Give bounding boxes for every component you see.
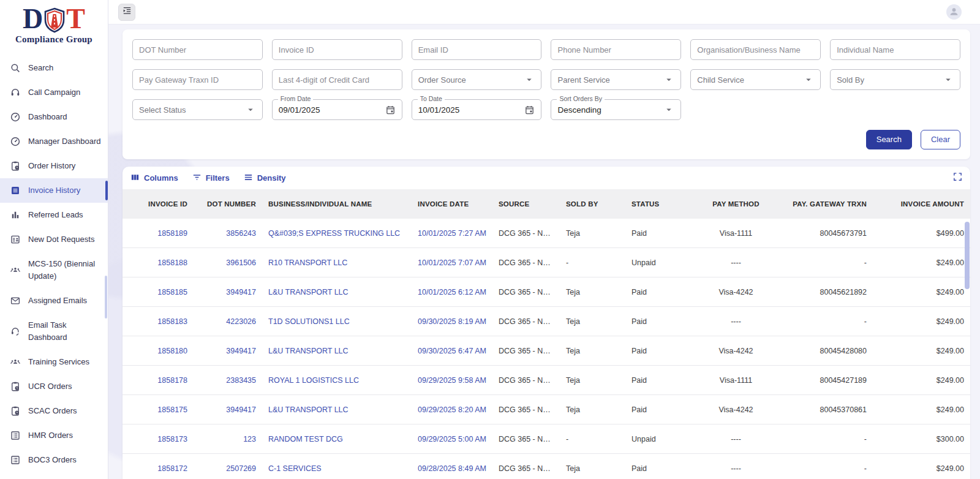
table-row[interactable]: 18581722507269C-1 SERVICES09/28/2025 8:4… bbox=[123, 454, 970, 479]
chevron-down-icon[interactable] bbox=[524, 74, 535, 85]
sidebar-item-boc3-orders[interactable]: BOC3 Orders bbox=[0, 448, 108, 472]
cell-invoice-date[interactable]: 10/01/2025 7:07 AM bbox=[412, 258, 492, 267]
sidebar-item-new-dot-requests[interactable]: New Dot Requests bbox=[0, 227, 108, 252]
cell-dot-number[interactable]: 3961506 bbox=[194, 258, 262, 267]
column-header-status[interactable]: STATUS bbox=[625, 200, 698, 208]
cell-invoice-date[interactable]: 09/29/2025 9:58 AM bbox=[412, 376, 492, 385]
email-id-field[interactable] bbox=[412, 39, 542, 60]
cell-dot-number[interactable]: 2507269 bbox=[194, 464, 262, 473]
chevron-down-icon[interactable] bbox=[943, 74, 954, 85]
parent-service-field[interactable]: Parent Service bbox=[551, 69, 681, 90]
order-source-field[interactable]: Order Source bbox=[412, 69, 542, 90]
calendar-icon[interactable] bbox=[524, 105, 535, 115]
user-avatar[interactable] bbox=[946, 4, 962, 20]
cell-business-individual-name[interactable]: RANDOM TEST DCG bbox=[262, 435, 412, 443]
table-scrollbar[interactable] bbox=[965, 222, 970, 289]
column-header-business-individual-name[interactable]: BUSINESS/INDIVIDUAL NAME bbox=[262, 200, 412, 208]
sidebar-item-scac-orders[interactable]: SCAC Orders bbox=[0, 399, 108, 423]
cell-invoice-id[interactable]: 1858188 bbox=[123, 258, 194, 267]
sidebar-item-manager-dashboard[interactable]: Manager Dashboard bbox=[0, 129, 108, 154]
cell-business-individual-name[interactable]: Q&#039;S EXPRESS TRUCKING LLC bbox=[262, 229, 412, 238]
sidebar-item-email-task-dashboard[interactable]: Email Task Dashboard bbox=[0, 313, 108, 350]
cell-invoice-date[interactable]: 09/29/2025 5:00 AM bbox=[412, 435, 492, 443]
cell-invoice-date[interactable]: 10/01/2025 6:12 AM bbox=[412, 288, 492, 296]
sidebar-item-hmr-orders[interactable]: HMR Orders bbox=[0, 423, 108, 448]
cell-business-individual-name[interactable]: L&U TRANSPORT LLC bbox=[262, 347, 412, 355]
dot-number-field[interactable] bbox=[132, 39, 263, 60]
cell-invoice-id[interactable]: 1858189 bbox=[123, 229, 194, 238]
sidebar-item-assigned-emails[interactable]: Assigned Emails bbox=[0, 289, 108, 313]
chevron-down-icon[interactable] bbox=[663, 104, 674, 115]
cell-invoice-date[interactable]: 10/01/2025 7:27 AM bbox=[412, 229, 492, 238]
cell-dot-number[interactable]: 3949417 bbox=[194, 347, 262, 355]
cell-business-individual-name[interactable]: L&U TRANSPORT LLC bbox=[262, 288, 412, 296]
fullscreen-button[interactable] bbox=[952, 172, 963, 184]
pay-gateway-traxn-id-input[interactable] bbox=[139, 75, 256, 85]
brand-logo[interactable]: D T Compliance Group bbox=[0, 0, 108, 48]
chevron-down-icon[interactable] bbox=[245, 104, 256, 115]
organisation-name-field[interactable] bbox=[690, 39, 821, 60]
phone-number-field[interactable] bbox=[551, 39, 681, 60]
sidebar-scrollbar[interactable] bbox=[105, 276, 107, 319]
cell-invoice-date[interactable]: 09/30/2025 6:47 AM bbox=[412, 347, 492, 355]
column-header-dot-number[interactable]: DOT NUMBER bbox=[194, 200, 262, 208]
credit-card-last4-input[interactable] bbox=[279, 75, 396, 85]
columns-button[interactable]: Columns bbox=[130, 172, 178, 184]
cell-invoice-date[interactable]: 09/30/2025 8:19 AM bbox=[412, 317, 492, 326]
table-row[interactable]: 1858173123RANDOM TEST DCG09/29/2025 5:00… bbox=[123, 424, 970, 454]
cell-business-individual-name[interactable]: C-1 SERVICES bbox=[262, 464, 412, 473]
cell-dot-number[interactable]: 123 bbox=[194, 435, 262, 443]
phone-number-input[interactable] bbox=[557, 45, 674, 55]
cell-invoice-id[interactable]: 1858178 bbox=[123, 376, 194, 385]
filters-button[interactable]: Filters bbox=[192, 172, 230, 184]
child-service-field[interactable]: Child Service bbox=[690, 69, 821, 90]
table-row[interactable]: 18581834223026T1D SOLUTIONS1 LLC09/30/20… bbox=[123, 307, 970, 336]
sold-by-field[interactable]: Sold By bbox=[830, 69, 960, 90]
cell-business-individual-name[interactable]: ROYAL 1 LOGISTICS LLC bbox=[262, 376, 412, 385]
pay-gateway-traxn-id-field[interactable] bbox=[132, 69, 263, 90]
organisation-name-input[interactable] bbox=[697, 45, 814, 55]
cell-dot-number[interactable]: 3856243 bbox=[194, 229, 262, 238]
cell-invoice-id[interactable]: 1858173 bbox=[123, 435, 194, 443]
column-header-pay-method[interactable]: PAY METHOD bbox=[698, 200, 774, 208]
dot-number-input[interactable] bbox=[139, 45, 256, 55]
cell-dot-number[interactable]: 3949417 bbox=[194, 405, 262, 414]
chevron-down-icon[interactable] bbox=[663, 74, 674, 85]
cell-business-individual-name[interactable]: T1D SOLUTIONS1 LLC bbox=[262, 317, 412, 326]
table-row[interactable]: 18581782383435ROYAL 1 LOGISTICS LLC09/29… bbox=[123, 366, 970, 395]
cell-invoice-id[interactable]: 1858172 bbox=[123, 464, 194, 473]
cell-invoice-id[interactable]: 1858185 bbox=[123, 288, 194, 296]
column-header-source[interactable]: SOURCE bbox=[492, 200, 560, 208]
table-row[interactable]: 18581853949417L&U TRANSPORT LLC10/01/202… bbox=[123, 277, 970, 307]
table-row[interactable]: 18581893856243Q&#039;S EXPRESS TRUCKING … bbox=[123, 219, 970, 248]
cell-invoice-date[interactable]: 09/28/2025 8:49 AM bbox=[412, 464, 492, 473]
to-date-field[interactable]: To Date10/01/2025 bbox=[412, 99, 542, 120]
individual-name-input[interactable] bbox=[837, 45, 954, 55]
sidebar-item-order-history[interactable]: Order History bbox=[0, 154, 108, 178]
sidebar-item-mcs-150-biennial-update[interactable]: MCS-150 (Biennial Update) bbox=[0, 252, 108, 289]
cell-business-individual-name[interactable]: R10 TRANSPORT LLC bbox=[262, 258, 412, 267]
sidebar-toggle-button[interactable] bbox=[118, 4, 135, 21]
sidebar-item-training-services[interactable]: Training Services bbox=[0, 350, 108, 374]
column-header-invoice-amount[interactable]: INVOICE AMOUNT bbox=[873, 200, 970, 208]
sidebar-item-invoice-history[interactable]: Invoice History bbox=[0, 178, 108, 203]
credit-card-last4-field[interactable] bbox=[272, 69, 402, 90]
individual-name-field[interactable] bbox=[830, 39, 960, 60]
from-date-field[interactable]: From Date09/01/2025 bbox=[272, 99, 402, 120]
column-header-invoice-id[interactable]: INVOICE ID bbox=[123, 200, 194, 208]
cell-dot-number[interactable]: 2383435 bbox=[194, 376, 262, 385]
search-button[interactable]: Search bbox=[866, 130, 912, 149]
invoice-id-input[interactable] bbox=[279, 45, 396, 55]
clear-button[interactable]: Clear bbox=[921, 130, 960, 149]
sidebar-item-ucr-orders[interactable]: UCR Orders bbox=[0, 374, 108, 399]
chevron-down-icon[interactable] bbox=[803, 74, 814, 85]
sidebar-item-referred-leads[interactable]: Referred Leads bbox=[0, 203, 108, 227]
sort-orders-by-field[interactable]: Sort Orders ByDescending bbox=[551, 99, 681, 120]
table-row[interactable]: 18581883961506R10 TRANSPORT LLC10/01/202… bbox=[123, 248, 970, 277]
sidebar-item-dashboard[interactable]: Dashboard bbox=[0, 105, 108, 129]
cell-dot-number[interactable]: 4223026 bbox=[194, 317, 262, 326]
sidebar-item-call-campaign[interactable]: Call Campaign bbox=[0, 80, 108, 105]
cell-invoice-id[interactable]: 1858180 bbox=[123, 347, 194, 355]
invoice-id-field[interactable] bbox=[272, 39, 402, 60]
cell-invoice-id[interactable]: 1858183 bbox=[123, 317, 194, 326]
